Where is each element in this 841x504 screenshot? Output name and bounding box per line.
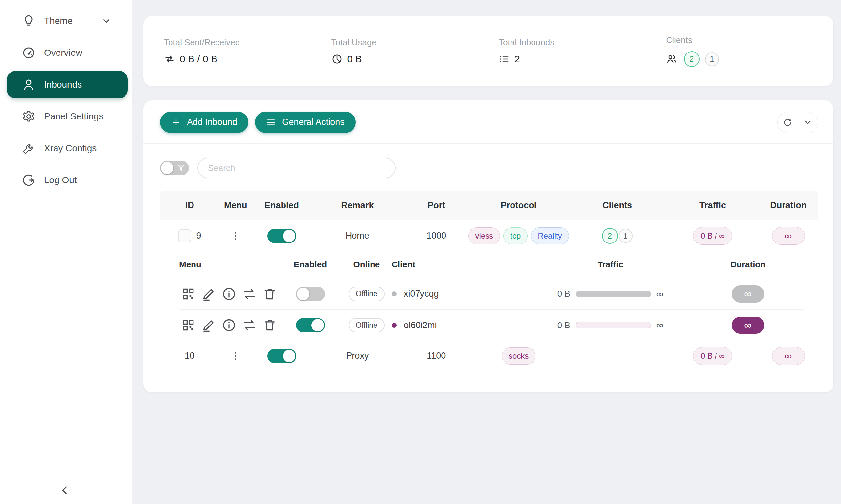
- row-remark: Home: [311, 231, 404, 241]
- delete-icon[interactable]: [262, 318, 277, 332]
- sub-col-header-client: Client: [392, 259, 529, 270]
- col-header-protocol: Protocol: [469, 200, 568, 211]
- sidebar-item-inbounds[interactable]: Inbounds: [7, 71, 128, 98]
- sub-col-header-duration: Duration: [691, 259, 804, 270]
- refresh-options-button[interactable]: [797, 112, 818, 132]
- sidebar-item-label: Theme: [44, 16, 73, 26]
- client-status-badge: Offline: [348, 318, 385, 332]
- row-menu-icon[interactable]: [230, 231, 241, 241]
- client-dot: [392, 323, 396, 328]
- protocol-tag: tcp: [503, 228, 528, 245]
- stats-card: Total Sent/Received 0 B / 0 B Total Usag…: [143, 16, 834, 86]
- client-row: Offline xi07ycqg 0 B ∞ ∞: [179, 278, 804, 309]
- filter-funnel-icon: [177, 164, 185, 172]
- minus-icon: [182, 233, 188, 239]
- client-traffic-limit: ∞: [656, 320, 663, 331]
- client-name: ol60i2mi: [404, 320, 437, 330]
- list-icon: [499, 53, 510, 65]
- stat-label: Total Usage: [331, 37, 499, 48]
- client-subtable: Menu Enabled Online Client Traffic Durat…: [160, 251, 818, 341]
- inbounds-body: ID Menu Enabled Remark Port Protocol Cli…: [143, 144, 834, 371]
- client-actions: [179, 318, 277, 332]
- stat-label: Clients: [666, 35, 834, 45]
- sidebar-item-theme[interactable]: Theme: [7, 7, 128, 35]
- add-inbound-label: Add Inbound: [187, 117, 237, 127]
- refresh-button[interactable]: [777, 112, 797, 132]
- info-icon[interactable]: [222, 287, 236, 301]
- menu-lines-icon: [266, 118, 276, 127]
- user-icon: [22, 78, 35, 92]
- info-icon[interactable]: [222, 318, 236, 332]
- stat-label: Total Sent/Received: [164, 37, 331, 48]
- sidebar-item-panel-settings[interactable]: Panel Settings: [7, 103, 128, 130]
- reset-traffic-icon[interactable]: [242, 287, 257, 301]
- row-enabled-toggle[interactable]: [268, 229, 296, 243]
- row-id: 9: [196, 231, 201, 241]
- row-traffic-pill: 0 B / ∞: [693, 347, 732, 365]
- general-actions-button[interactable]: General Actions: [255, 111, 356, 133]
- row-port: 1100: [404, 351, 469, 361]
- inbounds-table: ID Menu Enabled Remark Port Protocol Cli…: [160, 191, 818, 371]
- search-input[interactable]: [198, 158, 396, 178]
- clients-online-badge: 2: [602, 228, 618, 244]
- stat-total-usage: Total Usage 0 B: [331, 37, 499, 65]
- col-header-menu: Menu: [219, 200, 252, 211]
- sidebar-collapse-icon[interactable]: [58, 484, 72, 497]
- col-header-enabled: Enabled: [252, 200, 311, 211]
- chevron-down-icon: [102, 16, 111, 26]
- toggle-knob: [161, 162, 173, 174]
- col-header-clients: Clients: [568, 200, 667, 211]
- toggle-knob: [283, 350, 295, 362]
- row-id: 10: [185, 351, 194, 361]
- logout-icon: [22, 173, 35, 187]
- search-row: [160, 158, 818, 178]
- sidebar-item-label: Inbounds: [44, 79, 82, 90]
- toggle-knob: [311, 319, 324, 331]
- qr-code-icon[interactable]: [181, 318, 195, 332]
- row-remark: Proxy: [311, 351, 404, 361]
- sub-col-header-online: Online: [342, 259, 392, 270]
- sidebar-item-overview[interactable]: Overview: [7, 39, 128, 67]
- client-duration-pill: ∞: [732, 286, 765, 303]
- toggle-knob: [283, 230, 295, 242]
- refresh-group: [777, 112, 818, 133]
- delete-icon[interactable]: [262, 287, 277, 301]
- client-status-badge: Offline: [348, 287, 385, 301]
- stat-label: Total Inbounds: [499, 37, 666, 48]
- sidebar-item-xray-configs[interactable]: Xray Configs: [7, 134, 128, 162]
- row-enabled-toggle[interactable]: [268, 349, 296, 363]
- sidebar-item-label: Log Out: [44, 175, 77, 185]
- client-enabled-toggle[interactable]: [296, 318, 325, 332]
- protocol-tag: vless: [468, 228, 500, 245]
- toggle-knob: [297, 288, 309, 300]
- edit-icon[interactable]: [201, 318, 216, 332]
- client-row: Offline ol60i2mi 0 B ∞ ∞: [179, 309, 804, 341]
- chevron-down-icon: [803, 118, 813, 127]
- collapse-row-button[interactable]: [178, 229, 191, 242]
- table-header-row: ID Menu Enabled Remark Port Protocol Cli…: [160, 191, 818, 220]
- reset-traffic-icon[interactable]: [242, 318, 257, 332]
- qr-code-icon[interactable]: [181, 287, 195, 301]
- edit-icon[interactable]: [201, 287, 216, 301]
- table-row: 10 Proxy 1100 socks 0 B / ∞ ∞: [160, 341, 818, 371]
- col-header-id: ID: [160, 200, 219, 211]
- sidebar-item-log-out[interactable]: Log Out: [7, 166, 128, 194]
- row-duration-pill: ∞: [772, 347, 805, 365]
- filter-toggle[interactable]: [160, 161, 189, 175]
- table-row: 9 Home 1000 vless tcp Reality 2: [160, 220, 818, 251]
- client-traffic-bar: [576, 322, 651, 328]
- client-enabled-toggle[interactable]: [296, 287, 325, 301]
- clients-total-badge: 1: [705, 52, 719, 66]
- row-menu-icon[interactable]: [230, 351, 241, 361]
- clients-online-badge: 2: [684, 51, 700, 67]
- sidebar-item-label: Overview: [44, 48, 83, 58]
- col-header-traffic: Traffic: [667, 200, 758, 211]
- stat-total-sent-received: Total Sent/Received 0 B / 0 B: [164, 37, 331, 65]
- stat-clients: Clients 2 1: [666, 35, 834, 67]
- client-actions: [179, 287, 277, 301]
- pie-icon: [331, 53, 343, 65]
- row-traffic-pill: 0 B / ∞: [693, 227, 732, 245]
- client-traffic-limit: ∞: [656, 288, 663, 300]
- add-inbound-button[interactable]: Add Inbound: [160, 111, 248, 133]
- client-duration-pill: ∞: [732, 317, 765, 334]
